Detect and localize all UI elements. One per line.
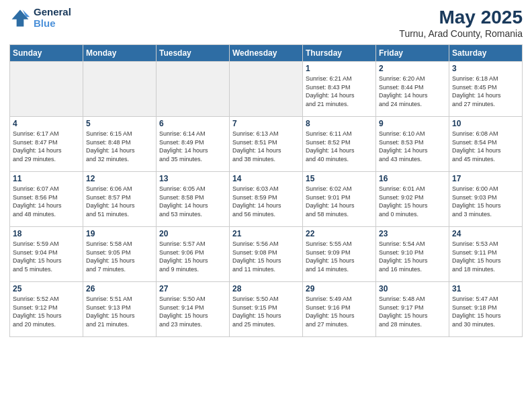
day-info: Sunrise: 6:14 AM Sunset: 8:49 PM Dayligh… <box>159 130 226 163</box>
calendar-cell <box>83 62 157 117</box>
calendar-cell: 26Sunrise: 5:51 AM Sunset: 9:13 PM Dayli… <box>83 282 157 337</box>
day-info: Sunrise: 5:48 AM Sunset: 9:17 PM Dayligh… <box>379 295 446 328</box>
day-number: 24 <box>452 229 519 238</box>
day-info: Sunrise: 6:03 AM Sunset: 8:59 PM Dayligh… <box>232 185 300 218</box>
day-number: 10 <box>452 119 519 128</box>
day-number: 20 <box>159 229 226 238</box>
week-row-1: 1Sunrise: 6:21 AM Sunset: 8:43 PM Daylig… <box>10 62 523 117</box>
calendar-cell: 16Sunrise: 6:01 AM Sunset: 9:02 PM Dayli… <box>376 172 449 227</box>
day-number: 2 <box>379 64 446 73</box>
day-number: 18 <box>13 229 80 238</box>
calendar-cell <box>157 62 230 117</box>
day-info: Sunrise: 6:06 AM Sunset: 8:57 PM Dayligh… <box>86 185 153 218</box>
day-number: 17 <box>452 174 519 183</box>
day-info: Sunrise: 5:55 AM Sunset: 9:09 PM Dayligh… <box>306 240 373 273</box>
day-info: Sunrise: 6:00 AM Sunset: 9:03 PM Dayligh… <box>452 185 519 218</box>
day-info: Sunrise: 5:51 AM Sunset: 9:13 PM Dayligh… <box>86 295 153 328</box>
calendar-header-friday: Friday <box>376 45 449 62</box>
day-info: Sunrise: 6:17 AM Sunset: 8:47 PM Dayligh… <box>13 130 80 163</box>
calendar-cell: 28Sunrise: 5:50 AM Sunset: 9:15 PM Dayli… <box>230 282 303 337</box>
day-number: 11 <box>13 174 80 183</box>
logo-text: General Blue <box>34 7 71 29</box>
day-info: Sunrise: 6:21 AM Sunset: 8:43 PM Dayligh… <box>306 75 373 108</box>
calendar-cell: 11Sunrise: 6:07 AM Sunset: 8:56 PM Dayli… <box>10 172 83 227</box>
calendar-cell: 19Sunrise: 5:58 AM Sunset: 9:05 PM Dayli… <box>83 227 157 282</box>
calendar-header-thursday: Thursday <box>303 45 376 62</box>
calendar-header-wednesday: Wednesday <box>230 45 303 62</box>
day-number: 6 <box>159 119 226 128</box>
day-info: Sunrise: 5:52 AM Sunset: 9:12 PM Dayligh… <box>13 295 80 328</box>
day-number: 30 <box>379 284 446 293</box>
day-number: 19 <box>86 229 153 238</box>
day-number: 15 <box>306 174 373 183</box>
calendar-header-tuesday: Tuesday <box>157 45 230 62</box>
calendar-cell: 17Sunrise: 6:00 AM Sunset: 9:03 PM Dayli… <box>449 172 523 227</box>
day-number: 28 <box>232 284 300 293</box>
day-number: 9 <box>379 119 446 128</box>
calendar-cell: 1Sunrise: 6:21 AM Sunset: 8:43 PM Daylig… <box>303 62 376 117</box>
day-info: Sunrise: 6:11 AM Sunset: 8:52 PM Dayligh… <box>306 130 373 163</box>
calendar-cell: 27Sunrise: 5:50 AM Sunset: 9:14 PM Dayli… <box>157 282 230 337</box>
day-info: Sunrise: 5:59 AM Sunset: 9:04 PM Dayligh… <box>13 240 80 273</box>
calendar-table: SundayMondayTuesdayWednesdayThursdayFrid… <box>9 44 523 337</box>
calendar-cell: 8Sunrise: 6:11 AM Sunset: 8:52 PM Daylig… <box>303 117 376 172</box>
day-info: Sunrise: 6:15 AM Sunset: 8:48 PM Dayligh… <box>86 130 153 163</box>
calendar-cell: 30Sunrise: 5:48 AM Sunset: 9:17 PM Dayli… <box>376 282 449 337</box>
calendar-cell: 14Sunrise: 6:03 AM Sunset: 8:59 PM Dayli… <box>230 172 303 227</box>
calendar-header-sunday: Sunday <box>10 45 83 62</box>
day-number: 13 <box>159 174 226 183</box>
calendar-cell: 23Sunrise: 5:54 AM Sunset: 9:10 PM Dayli… <box>376 227 449 282</box>
day-info: Sunrise: 6:05 AM Sunset: 8:58 PM Dayligh… <box>159 185 226 218</box>
calendar-cell: 6Sunrise: 6:14 AM Sunset: 8:49 PM Daylig… <box>157 117 230 172</box>
day-info: Sunrise: 6:10 AM Sunset: 8:53 PM Dayligh… <box>379 130 446 163</box>
subtitle: Turnu, Arad County, Romania <box>399 28 523 39</box>
day-info: Sunrise: 5:58 AM Sunset: 9:05 PM Dayligh… <box>86 240 153 273</box>
calendar-cell: 22Sunrise: 5:55 AM Sunset: 9:09 PM Dayli… <box>303 227 376 282</box>
day-number: 4 <box>13 119 80 128</box>
day-number: 31 <box>452 284 519 293</box>
day-number: 29 <box>306 284 373 293</box>
day-info: Sunrise: 6:08 AM Sunset: 8:54 PM Dayligh… <box>452 130 519 163</box>
calendar-cell: 31Sunrise: 5:47 AM Sunset: 9:18 PM Dayli… <box>449 282 523 337</box>
day-number: 1 <box>306 64 373 73</box>
day-info: Sunrise: 5:49 AM Sunset: 9:16 PM Dayligh… <box>306 295 373 328</box>
day-number: 7 <box>232 119 300 128</box>
day-number: 25 <box>13 284 80 293</box>
day-number: 5 <box>86 119 153 128</box>
day-number: 23 <box>379 229 446 238</box>
day-number: 22 <box>306 229 373 238</box>
calendar-cell: 18Sunrise: 5:59 AM Sunset: 9:04 PM Dayli… <box>10 227 83 282</box>
day-info: Sunrise: 5:57 AM Sunset: 9:06 PM Dayligh… <box>159 240 226 273</box>
calendar-header-monday: Monday <box>83 45 157 62</box>
day-info: Sunrise: 5:56 AM Sunset: 9:08 PM Dayligh… <box>232 240 300 273</box>
day-number: 3 <box>452 64 519 73</box>
day-info: Sunrise: 6:18 AM Sunset: 8:45 PM Dayligh… <box>452 75 519 108</box>
day-number: 12 <box>86 174 153 183</box>
day-info: Sunrise: 6:20 AM Sunset: 8:44 PM Dayligh… <box>379 75 446 108</box>
logo-general-text: General <box>34 7 71 18</box>
day-info: Sunrise: 6:13 AM Sunset: 8:51 PM Dayligh… <box>232 130 300 163</box>
calendar-header-row: SundayMondayTuesdayWednesdayThursdayFrid… <box>10 45 523 62</box>
logo-icon <box>9 7 31 29</box>
calendar-cell: 21Sunrise: 5:56 AM Sunset: 9:08 PM Dayli… <box>230 227 303 282</box>
day-info: Sunrise: 5:50 AM Sunset: 9:14 PM Dayligh… <box>159 295 226 328</box>
calendar-cell: 10Sunrise: 6:08 AM Sunset: 8:54 PM Dayli… <box>449 117 523 172</box>
day-info: Sunrise: 5:54 AM Sunset: 9:10 PM Dayligh… <box>379 240 446 273</box>
week-row-4: 18Sunrise: 5:59 AM Sunset: 9:04 PM Dayli… <box>10 227 523 282</box>
week-row-3: 11Sunrise: 6:07 AM Sunset: 8:56 PM Dayli… <box>10 172 523 227</box>
calendar-cell: 9Sunrise: 6:10 AM Sunset: 8:53 PM Daylig… <box>376 117 449 172</box>
calendar-cell: 15Sunrise: 6:02 AM Sunset: 9:01 PM Dayli… <box>303 172 376 227</box>
week-row-2: 4Sunrise: 6:17 AM Sunset: 8:47 PM Daylig… <box>10 117 523 172</box>
day-info: Sunrise: 5:50 AM Sunset: 9:15 PM Dayligh… <box>232 295 300 328</box>
calendar-cell: 4Sunrise: 6:17 AM Sunset: 8:47 PM Daylig… <box>10 117 83 172</box>
calendar-cell: 20Sunrise: 5:57 AM Sunset: 9:06 PM Dayli… <box>157 227 230 282</box>
calendar-cell: 5Sunrise: 6:15 AM Sunset: 8:48 PM Daylig… <box>83 117 157 172</box>
header: General Blue May 2025 Turnu, Arad County… <box>9 7 523 39</box>
calendar-cell: 12Sunrise: 6:06 AM Sunset: 8:57 PM Dayli… <box>83 172 157 227</box>
day-info: Sunrise: 6:01 AM Sunset: 9:02 PM Dayligh… <box>379 185 446 218</box>
day-number: 16 <box>379 174 446 183</box>
calendar-cell: 29Sunrise: 5:49 AM Sunset: 9:16 PM Dayli… <box>303 282 376 337</box>
main-title: May 2025 <box>399 7 523 28</box>
day-info: Sunrise: 5:53 AM Sunset: 9:11 PM Dayligh… <box>452 240 519 273</box>
page: General Blue May 2025 Turnu, Arad County… <box>0 0 532 411</box>
